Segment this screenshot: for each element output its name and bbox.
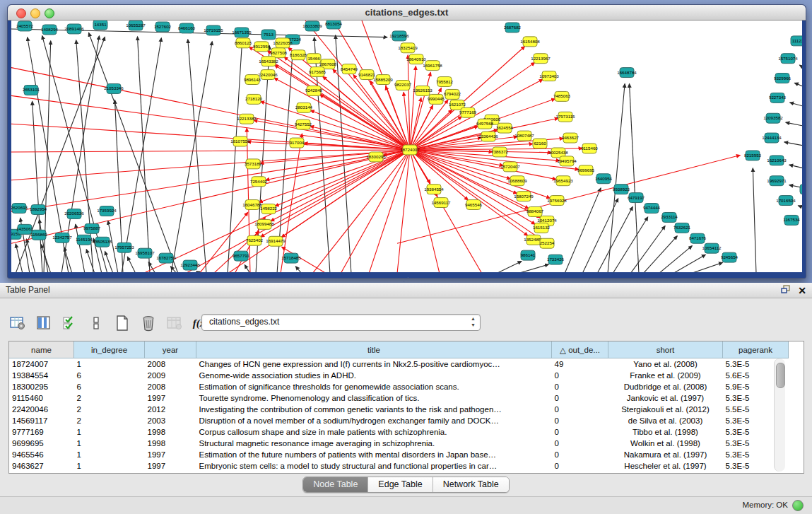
- graph-node[interactable]: 1640954: [595, 174, 613, 184]
- graph-node[interactable]: 14569117: [431, 198, 451, 208]
- graph-node[interactable]: 21053346: [104, 83, 124, 93]
- table-vertical-scrollbar[interactable]: [774, 358, 785, 472]
- graph-node[interactable]: 17016504: [776, 196, 796, 206]
- graph-node[interactable]: 2653101: [23, 85, 40, 95]
- graph-node[interactable]: 16782759: [156, 253, 176, 263]
- graph-node[interactable]: 7513: [261, 30, 276, 40]
- graph-node[interactable]: 2687682: [504, 23, 522, 33]
- graph-node[interactable]: 1498222: [260, 204, 278, 214]
- graph-node[interactable]: 18325419: [398, 43, 418, 53]
- graph-node[interactable]: 1156869: [30, 230, 47, 240]
- graph-node[interactable]: 19218596: [389, 31, 409, 41]
- graph-node[interactable]: 14351: [93, 21, 107, 30]
- graph-node[interactable]: 9822037: [394, 81, 412, 90]
- close-panel-icon[interactable]: ✕: [798, 286, 806, 296]
- graph-node[interactable]: 7485063: [553, 91, 571, 101]
- graph-node[interactable]: 13626153: [413, 86, 433, 95]
- graph-node[interactable]: 2405572: [16, 21, 34, 31]
- graph-node[interactable]: 18640910: [406, 54, 426, 64]
- graph-node[interactable]: 9777169: [459, 107, 477, 117]
- graph-node[interactable]: 7955812: [436, 77, 454, 87]
- graph-node[interactable]: 12213967: [531, 54, 551, 64]
- graph-node[interactable]: 15718485: [281, 253, 301, 263]
- graph-node[interactable]: 9699695: [577, 165, 595, 175]
- graph-node[interactable]: 13505135: [93, 237, 112, 247]
- graph-node[interactable]: 9115460: [581, 144, 598, 153]
- graph-node[interactable]: 9990445: [428, 94, 445, 104]
- graph-node[interactable]: 18107556: [230, 136, 250, 146]
- graph-node[interactable]: 16210643: [767, 156, 787, 165]
- graph-node[interactable]: 17957253: [114, 243, 134, 252]
- graph-node[interactable]: 19756928: [547, 196, 567, 206]
- column-header-short[interactable]: short: [608, 341, 723, 358]
- graph-node[interactable]: 8912954: [253, 42, 271, 52]
- graph-node[interactable]: 7632621: [673, 223, 691, 233]
- graph-node[interactable]: 1892954: [30, 205, 47, 215]
- graph-node[interactable]: 16543382: [259, 57, 278, 66]
- column-header-pagerank[interactable]: pagerank: [723, 341, 789, 358]
- graph-node[interactable]: 18226058: [273, 38, 293, 48]
- scrollbar-thumb[interactable]: [776, 363, 785, 388]
- graph-node[interactable]: 3573189: [245, 159, 262, 169]
- graph-node[interactable]: 9465546: [465, 200, 483, 210]
- table-settings-icon[interactable]: [8, 315, 27, 332]
- graph-node[interactable]: 17359924: [97, 206, 117, 216]
- graph-node[interactable]: 6479197: [628, 193, 645, 203]
- splitter-handle[interactable]: ⋰: [403, 277, 410, 282]
- select-rows-icon[interactable]: [61, 315, 79, 332]
- graph-node[interactable]: 10807487: [514, 131, 534, 141]
- graph-node[interactable]: 9884067: [526, 207, 544, 217]
- graph-node[interactable]: 1408294: [41, 25, 59, 35]
- graph-node[interactable]: 10973403: [539, 71, 559, 81]
- graph-node[interactable]: 10719155: [204, 25, 223, 35]
- graph-node[interactable]: 11123: [791, 36, 802, 46]
- import-table-icon[interactable]: [165, 315, 184, 332]
- graph-node[interactable]: 2803144: [295, 103, 313, 112]
- graph-node[interactable]: 986141: [521, 250, 536, 260]
- column-header-out_de[interactable]: △ out_de...: [552, 341, 608, 358]
- table-selector-dropdown[interactable]: citations_edges.txt ▲▼: [201, 314, 481, 331]
- graph-node[interactable]: 2718120: [245, 94, 263, 104]
- graph-node[interactable]: 19384554: [424, 185, 444, 194]
- column-header-in_degree[interactable]: in_degree: [74, 341, 145, 358]
- graph-node[interactable]: 62160: [533, 139, 547, 148]
- graph-node[interactable]: 10654112: [702, 243, 722, 253]
- table-row[interactable]: 1830029562008Estimation of significance …: [9, 381, 789, 392]
- graph-node[interactable]: 8860123: [235, 38, 252, 48]
- graph-node[interactable]: 12444134: [762, 133, 782, 143]
- table-row[interactable]: 911546021997Tourette syndrome. Phenomeno…: [9, 392, 789, 404]
- table-row[interactable]: 946554611997Estimation of the future num…: [9, 449, 789, 460]
- graph-node[interactable]: 16154808: [520, 37, 540, 47]
- float-panel-icon[interactable]: [781, 284, 791, 297]
- graph-node[interactable]: 8471676: [689, 233, 707, 243]
- new-file-icon[interactable]: [113, 315, 131, 332]
- graph-node[interactable]: 16648784: [617, 68, 637, 78]
- graph-node[interactable]: 2620693: [11, 204, 28, 214]
- graph-node[interactable]: 20891406: [64, 24, 84, 34]
- graph-node[interactable]: 6794022: [444, 89, 461, 99]
- graph-node[interactable]: 7254402: [250, 177, 268, 187]
- minimize-window-button[interactable]: [30, 8, 40, 18]
- graph-node[interactable]: 7386372: [491, 147, 509, 157]
- zoom-window-button[interactable]: [45, 8, 54, 18]
- table-row[interactable]: 2242004622012Investigating the contribut…: [9, 404, 789, 415]
- graph-node[interactable]: 9242848: [305, 86, 323, 95]
- delete-table-icon[interactable]: [139, 315, 158, 332]
- graph-node[interactable]: 18724007: [400, 145, 420, 155]
- graph-node[interactable]: 1615132: [533, 223, 551, 233]
- graph-node[interactable]: 12342757: [52, 233, 72, 243]
- graph-node[interactable]: 12093582: [763, 113, 783, 123]
- graph-node[interactable]: 1145194: [76, 235, 93, 245]
- graph-node[interactable]: 8186328: [290, 50, 307, 60]
- graph-node[interactable]: 17973115: [555, 112, 575, 122]
- row-height-icon[interactable]: [87, 315, 105, 332]
- graph-node[interactable]: 1527602: [154, 22, 172, 32]
- table-row[interactable]: 969969511998Structural magnetic resonanc…: [9, 438, 789, 449]
- show-columns-icon[interactable]: [35, 315, 53, 332]
- tab-network-table[interactable]: Network Table: [433, 477, 509, 492]
- graph-node[interactable]: 19495794: [557, 156, 577, 166]
- graph-node[interactable]: 3624554: [496, 123, 514, 133]
- tab-edge-table[interactable]: Edge Table: [368, 477, 433, 492]
- graph-node[interactable]: 9175685: [309, 67, 326, 77]
- tab-node-table[interactable]: Node Table: [303, 477, 368, 492]
